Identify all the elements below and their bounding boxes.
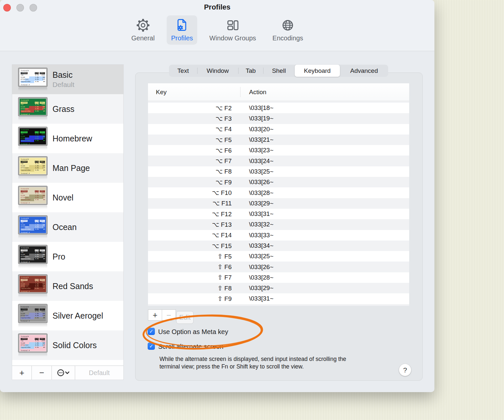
thumbnail-reflection <box>18 264 47 268</box>
modifier-symbol: ⌥ <box>212 189 219 196</box>
profile-row[interactable]: Terminal# COMMAND %CPU RPRVT top4.1%231K… <box>12 153 123 183</box>
profile-thumbnail: Terminal# COMMAND %CPU RPRVT top4.1%231K… <box>17 157 48 179</box>
toolbar-item-profiles[interactable]: Profiles <box>167 15 197 45</box>
toolbar-label: General <box>131 34 155 42</box>
profile-row[interactable]: Terminal# COMMAND %CPU RPRVT top4.1%231K… <box>12 242 123 271</box>
key-name: F13 <box>221 221 232 228</box>
key-mapping-row[interactable]: ⌥ F10 \033[28~ <box>148 187 409 198</box>
modifier-symbol: ⌥ <box>212 221 219 228</box>
action-value: \033[31~ <box>240 295 274 302</box>
globe-icon <box>280 18 296 33</box>
action-value: \033[24~ <box>240 158 274 165</box>
modifier-symbol: ⌥ <box>216 157 223 164</box>
key-mapping-row[interactable]: ⇧ F8 \033[29~ <box>148 283 409 293</box>
profile-row[interactable]: Terminal# COMMAND %CPU RPRVT top4.1%231K… <box>12 301 123 330</box>
edit-key-button[interactable]: Edit <box>176 311 194 324</box>
modifier-symbol: ⇧ <box>218 295 223 302</box>
key-mapping-row[interactable]: ⇧ F9 \033[31~ <box>148 293 409 304</box>
column-header-key[interactable]: Key <box>156 89 167 96</box>
remove-key-button[interactable]: − <box>162 309 176 321</box>
key-name: F2 <box>224 105 232 112</box>
key-mapping-row[interactable]: ⌥ F2 \033[18~ <box>148 103 409 113</box>
key-mapping-row[interactable]: ⌥ F11 \033[29~ <box>148 198 409 209</box>
profile-thumbnail: Terminal# COMMAND %CPU RPRVT top4.1%231K… <box>17 334 48 357</box>
scroll-alternate-screen-checkbox[interactable]: ✓ <box>148 343 155 350</box>
profile-row[interactable]: Terminal# COMMAND %CPU RPRVT top4.1%231K… <box>12 271 123 301</box>
table-header[interactable]: Key Action <box>148 83 409 101</box>
column-header-action[interactable]: Action <box>249 89 266 96</box>
modifier-symbol: ⌥ <box>216 125 223 133</box>
action-value: \033[19~ <box>240 115 274 122</box>
profile-thumbnail: Terminal# COMMAND %CPU RPRVT top4.1%231K… <box>17 97 48 120</box>
action-value: \033[26~ <box>240 263 274 271</box>
profile-actions-menu-button[interactable] <box>52 366 75 380</box>
toolbar-item-window-groups[interactable]: Window Groups <box>205 15 260 45</box>
key-mapping-row[interactable]: ⌥ F9 \033[26~ <box>148 177 409 187</box>
profile-row[interactable]: Terminal# COMMAND %CPU RPRVT top4.1%231K… <box>12 183 123 212</box>
column-divider[interactable] <box>240 87 241 97</box>
terminal-preferences-window: Profiles <box>0 0 434 392</box>
scroll-alternate-screen-label[interactable]: Scroll alternate screen <box>158 343 223 350</box>
thumbnail-reflection <box>18 235 47 239</box>
key-mapping-row[interactable]: ⌥ F7 \033[24~ <box>148 156 409 166</box>
key-mapping-row[interactable]: ⌥ F3 \033[19~ <box>148 113 409 124</box>
key-name: F11 <box>221 200 232 207</box>
gear-icon <box>135 18 151 33</box>
key-mapping-row[interactable]: ⌥ F12 \033[31~ <box>148 209 409 219</box>
modifier-symbol: ⇧ <box>218 263 223 270</box>
toolbar-item-encodings[interactable]: Encodings <box>268 15 307 45</box>
modifier-symbol: ⌥ <box>212 210 219 218</box>
modifier-symbol: ⌥ <box>216 178 223 186</box>
key-mapping-row[interactable]: ⇧ F7 \033[28~ <box>148 272 409 283</box>
remove-profile-button[interactable]: − <box>32 366 52 380</box>
profile-row[interactable]: Terminal# COMMAND %CPU RPRVT top4.1%231K… <box>12 330 123 360</box>
use-option-as-meta-checkbox[interactable]: ✓ <box>148 328 155 335</box>
profile-list-footer: + − Default <box>12 366 123 380</box>
subtab[interactable]: Keyboard <box>295 65 340 77</box>
use-option-as-meta-label[interactable]: Use Option as Meta key <box>158 328 228 336</box>
help-button[interactable]: ? <box>399 364 411 376</box>
profile-name: Grass <box>52 104 74 114</box>
key-mapping-row[interactable]: ⌥ F8 \033[25~ <box>148 166 409 177</box>
toolbar-item-general[interactable]: General <box>127 15 159 45</box>
key-mapping-row[interactable]: ⌥ F4 \033[20~ <box>148 124 409 135</box>
subtab[interactable]: Tab <box>238 65 263 77</box>
profile-name: Homebrew <box>52 134 92 143</box>
action-value: \033[29~ <box>240 284 274 292</box>
profile-thumbnail: Terminal# COMMAND %CPU RPRVT top4.1%231K… <box>17 127 48 150</box>
thumbnail-reflection <box>18 87 47 91</box>
keyboard-settings-panel: Key Action ⌥ F2 \033[18~ ⌥ F3 \033[19~ ⌥… <box>135 73 423 381</box>
key-mapping-row[interactable]: ⌥ F6 \033[23~ <box>148 145 409 156</box>
profile-row[interactable]: Terminal# COMMAND %CPU RPRVT top4.1%231K… <box>12 124 123 153</box>
key-mapping-row[interactable]: ⌥ F14 \033[33~ <box>148 230 409 241</box>
profile-thumbnail: Terminal# COMMAND %CPU RPRVT top4.1%231K… <box>17 275 48 298</box>
add-key-button[interactable]: + <box>148 309 162 321</box>
profile-name: Red Sands <box>52 282 93 291</box>
add-profile-button[interactable]: + <box>12 366 32 380</box>
key-mapping-row[interactable]: ⌥ F15 \033[34~ <box>148 241 409 251</box>
subtab[interactable]: Advanced <box>340 65 388 77</box>
profile-row[interactable]: Terminal# COMMAND %CPU RPRVT top4.1%231K… <box>12 94 123 124</box>
profile-list: Terminal# COMMAND %CPU RPRVT top4.1%231K… <box>12 65 123 360</box>
profile-name: Ocean <box>52 222 77 232</box>
key-mapping-row[interactable]: ⇧ F5 \033[25~ <box>148 251 409 262</box>
key-mapping-row[interactable]: ⌥ F13 \033[32~ <box>148 219 409 230</box>
profile-name: Pro <box>52 252 65 262</box>
subtab[interactable]: Window <box>197 65 238 77</box>
subtab[interactable]: Text <box>169 65 197 77</box>
action-value: \033[26~ <box>240 178 274 186</box>
checkmark-icon: ✓ <box>149 328 154 334</box>
key-mapping-row[interactable]: ⇧ F6 \033[26~ <box>148 262 409 272</box>
subtab[interactable]: Shell <box>263 65 295 77</box>
profile-row[interactable]: Terminal# COMMAND %CPU RPRVT top4.1%231K… <box>12 212 123 242</box>
key-name: F15 <box>221 242 232 249</box>
profile-row[interactable]: Terminal# COMMAND %CPU RPRVT top4.1%231K… <box>12 65 123 94</box>
toolbar-label: Profiles <box>171 34 193 42</box>
key-name: F6 <box>224 147 232 154</box>
set-default-button[interactable]: Default <box>75 366 123 380</box>
key-name: F8 <box>224 168 232 175</box>
key-mapping-row[interactable]: ⌥ F5 \033[21~ <box>148 135 409 145</box>
profile-default-badge: Default <box>52 81 74 89</box>
window-title: Profiles <box>0 3 434 11</box>
modifier-symbol: ⇧ <box>218 253 223 260</box>
